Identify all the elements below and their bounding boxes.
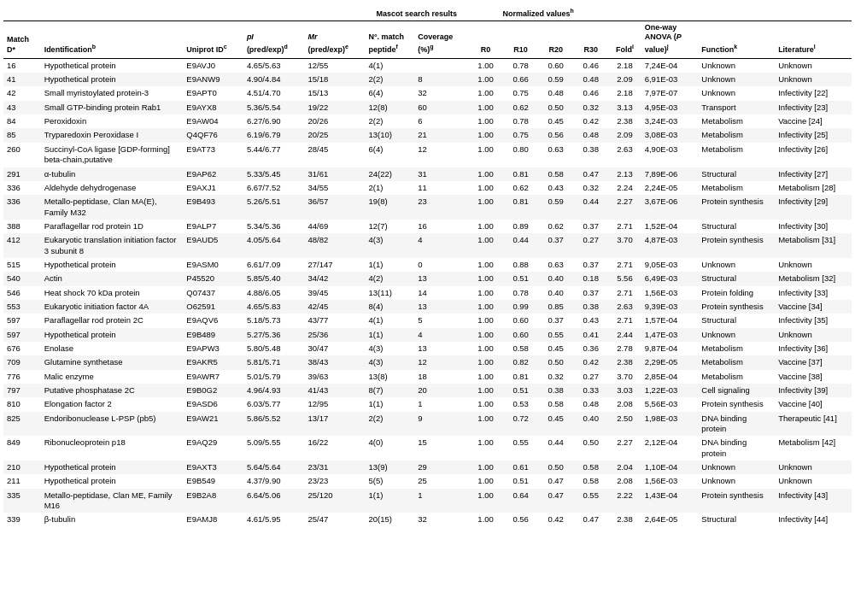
cell-r30: 0.43	[573, 314, 608, 327]
cell-anova: 2,12E-04	[641, 436, 699, 461]
cell-literature: Vaccine [34]	[775, 300, 852, 314]
header-pi: pI(pred/exp)d	[243, 21, 305, 58]
cell-r10: 0.51	[503, 474, 538, 488]
cell-anova: 5,56E-03	[641, 397, 699, 411]
table-row: 825Endoribonuclease L-PSP (pb5)E9AW215.8…	[3, 412, 852, 437]
cell-match_id: 336	[3, 195, 41, 220]
cell-coverage: 0	[414, 258, 468, 272]
cell-r10: 0.62	[503, 101, 538, 114]
cell-function: Protein synthesis	[698, 300, 775, 314]
cell-pi: 5.86/5.52	[243, 412, 305, 437]
cell-match_peptide: 24(22)	[366, 167, 415, 181]
cell-coverage: 1	[414, 489, 468, 513]
cell-pi: 6.19/6.79	[243, 128, 305, 142]
cell-function: Metabolism	[698, 181, 775, 195]
cell-r10: 0.99	[503, 300, 538, 314]
table-row: 291α-tubulinE9AP625.33/5.4531/6124(22)31…	[3, 167, 852, 181]
cell-identification: Peroxidoxin	[41, 114, 184, 128]
cell-mr: 13/17	[304, 412, 365, 437]
cell-coverage: 18	[414, 370, 468, 384]
cell-match_id: 597	[3, 328, 41, 342]
cell-anova: 7,89E-06	[641, 167, 699, 181]
cell-literature: Unknown	[775, 474, 852, 488]
cell-mr: 12/95	[304, 397, 365, 411]
cell-r30: 0.48	[573, 128, 608, 142]
cell-match_peptide: 4(3)	[366, 342, 415, 355]
cell-literature: Vaccine [38]	[775, 370, 852, 384]
cell-r30: 0.42	[573, 114, 608, 128]
cell-function: Protein synthesis	[698, 489, 775, 513]
cell-r30: 0.18	[573, 272, 608, 285]
cell-match_id: 553	[3, 300, 41, 314]
cell-r20: 0.48	[538, 86, 573, 100]
cell-uniprot: E9B493	[183, 195, 243, 220]
cell-coverage: 1	[414, 397, 468, 411]
cell-mr: 28/45	[304, 143, 365, 167]
cell-identification: Succinyl-CoA ligase [GDP-forming] beta-c…	[41, 143, 184, 167]
cell-pi: 6.61/7.09	[243, 258, 305, 272]
cell-r20: 0.47	[538, 489, 573, 513]
table-row: 41Hypothetical proteinE9ANW94.90/4.8415/…	[3, 73, 852, 86]
cell-uniprot: Q4QF76	[183, 128, 243, 142]
header-r30: R30	[573, 21, 608, 58]
cell-fold: 2.38	[608, 355, 641, 369]
cell-coverage: 13	[414, 300, 468, 314]
cell-r30: 0.40	[573, 412, 608, 437]
cell-r10: 0.56	[503, 513, 538, 526]
cell-r10: 0.88	[503, 258, 538, 272]
empty-group2	[608, 7, 852, 21]
cell-uniprot: E9AVJ0	[183, 58, 243, 73]
cell-uniprot: E9B0G2	[183, 384, 243, 397]
cell-literature: Metabolism [31]	[775, 233, 852, 258]
cell-literature: Infectivity [33]	[775, 286, 852, 300]
cell-fold: 3.03	[608, 384, 641, 397]
cell-function: Transport	[698, 101, 775, 114]
cell-r0: 1.00	[468, 272, 503, 285]
cell-match_id: 339	[3, 513, 41, 526]
cell-uniprot: E9B2A8	[183, 489, 243, 513]
cell-match_id: 335	[3, 489, 41, 513]
cell-match_id: 676	[3, 342, 41, 355]
cell-fold: 2.44	[608, 328, 641, 342]
cell-mr: 39/45	[304, 286, 365, 300]
cell-r30: 0.32	[573, 101, 608, 114]
cell-fold: 2.22	[608, 489, 641, 513]
cell-r10: 0.51	[503, 384, 538, 397]
cell-r0: 1.00	[468, 195, 503, 220]
cell-mr: 38/43	[304, 355, 365, 369]
cell-literature: Metabolism [32]	[775, 272, 852, 285]
cell-anova: 1,56E-03	[641, 474, 699, 488]
table-row: 211Hypothetical proteinE9B5494.37/9.9023…	[3, 474, 852, 488]
cell-match_peptide: 13(10)	[366, 128, 415, 142]
cell-r0: 1.00	[468, 58, 503, 73]
cell-r30: 0.37	[573, 286, 608, 300]
cell-function: Metabolism	[698, 114, 775, 128]
table-row: 336Metallo-peptidase, Clan MA(E), Family…	[3, 195, 852, 220]
cell-r20: 0.43	[538, 181, 573, 195]
cell-match_id: 540	[3, 272, 41, 285]
cell-identification: Hypothetical protein	[41, 461, 184, 474]
cell-fold: 2.38	[608, 513, 641, 526]
cell-literature: Unknown	[775, 73, 852, 86]
cell-match_peptide: 8(4)	[366, 300, 415, 314]
cell-r30: 0.27	[573, 233, 608, 258]
cell-pi: 5.36/5.54	[243, 101, 305, 114]
cell-function: Protein synthesis	[698, 233, 775, 258]
cell-function: Protein synthesis	[698, 397, 775, 411]
cell-r10: 0.75	[503, 86, 538, 100]
cell-fold: 2.09	[608, 73, 641, 86]
cell-r30: 0.32	[573, 181, 608, 195]
cell-match_peptide: 13(8)	[366, 370, 415, 384]
cell-r0: 1.00	[468, 474, 503, 488]
cell-match_id: 41	[3, 73, 41, 86]
cell-uniprot: Q07437	[183, 286, 243, 300]
cell-r20: 0.40	[538, 272, 573, 285]
cell-r20: 0.59	[538, 73, 573, 86]
cell-fold: 2.71	[608, 286, 641, 300]
table-row: 597Paraflagellar rod protein 2CE9AQV65.1…	[3, 314, 852, 327]
cell-match_id: 388	[3, 220, 41, 233]
cell-match_peptide: 19(8)	[366, 195, 415, 220]
cell-coverage: 13	[414, 342, 468, 355]
header-r20: R20	[538, 21, 573, 58]
cell-pi: 5.34/5.36	[243, 220, 305, 233]
